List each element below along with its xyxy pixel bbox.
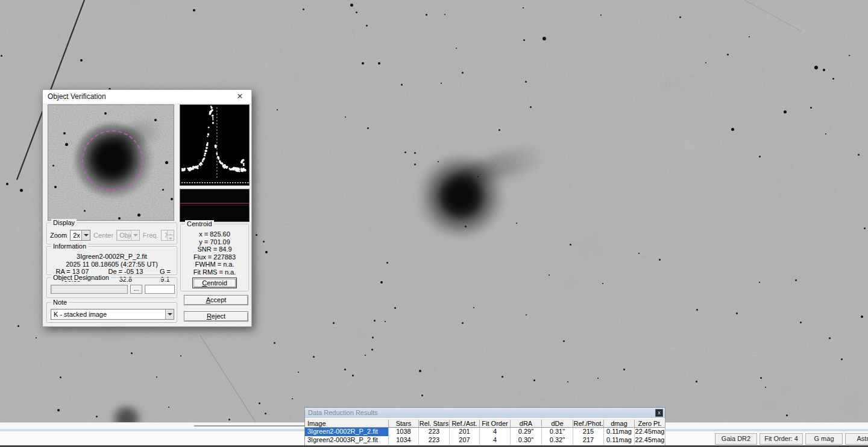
star [20, 189, 23, 192]
star [523, 39, 525, 41]
table-cell: 223 [419, 436, 450, 445]
object-verification-dialog[interactable]: Object Verification ✕ Display [42, 89, 252, 327]
column-header[interactable]: Stars [389, 419, 419, 428]
object-thumbnail-image[interactable] [48, 104, 174, 221]
results-close-button[interactable]: x [655, 409, 663, 417]
data-reduction-results-window[interactable]: Data Reduction Results x ImageStarsRel. … [304, 407, 665, 447]
thumbnail-star [104, 112, 107, 115]
note-value: K - stacked image [54, 311, 107, 318]
status-panel-gaia-dr2: Gaia DR2 [715, 433, 757, 445]
table-row[interactable]: 3Igreen2-0002R_P_2.fit103822320140.29"0.… [305, 428, 665, 436]
star [193, 9, 195, 11]
comet-object[interactable] [416, 154, 506, 238]
star [759, 282, 760, 283]
designation-browse-button[interactable]: ... [130, 285, 142, 294]
table-cell: 215 [573, 428, 604, 436]
thumbnail-star [165, 161, 168, 164]
star [367, 127, 369, 129]
object-designation-group: Object Designation ... [46, 277, 177, 298]
star [696, 381, 697, 382]
status-panel-astrome: Astrome [845, 433, 868, 445]
star [864, 227, 866, 229]
star [1, 55, 2, 57]
star [638, 253, 640, 254]
results-title-bar[interactable]: Data Reduction Results x [305, 408, 665, 418]
star [156, 376, 157, 378]
centroid-button-label: Centroid [193, 279, 236, 288]
dialog-title-bar[interactable]: Object Verification ✕ [43, 90, 251, 103]
zoom-label: Zoom [50, 232, 67, 239]
star [444, 14, 445, 15]
spin-down-icon [168, 235, 174, 240]
column-header[interactable]: Rel. Stars [419, 419, 450, 428]
thumbnail-star [54, 186, 57, 188]
star [366, 25, 368, 27]
zoom-dropdown-arrow-icon[interactable] [81, 230, 90, 240]
star [256, 234, 257, 236]
star [759, 156, 761, 157]
star [419, 370, 421, 372]
star [696, 309, 698, 311]
star [426, 14, 427, 16]
column-header[interactable]: Ref./Phot. [573, 419, 604, 428]
star [823, 69, 825, 71]
star [313, 356, 315, 358]
designation-field-editable[interactable] [145, 285, 175, 294]
table-cell: 4 [480, 436, 511, 445]
zoom-select[interactable]: 2x [70, 230, 90, 241]
thumbnail-star [63, 132, 66, 135]
thumbnail-star [162, 189, 164, 191]
spin-up-icon [168, 230, 174, 235]
star [861, 315, 863, 318]
star [365, 355, 366, 356]
star [303, 8, 304, 10]
table-header-row: ImageStarsRel. StarsRef./Ast.Fit OrderdR… [305, 419, 665, 428]
table-cell: 3Igreen2-0003R_P_2.fit [305, 436, 389, 445]
star [36, 337, 37, 338]
column-header[interactable]: Image [305, 419, 389, 428]
star [623, 369, 625, 370]
info-filename: 3Igreen2-0002R_P_2.fit [48, 253, 175, 261]
designation-field-disabled [51, 285, 128, 294]
star [168, 407, 169, 408]
note-group-label: Note [51, 299, 69, 306]
reject-button[interactable]: Reject [184, 311, 248, 322]
note-select[interactable]: K - stacked image [51, 309, 174, 320]
note-dropdown-arrow-icon[interactable] [165, 309, 174, 319]
centroid-y: y = 701.09 [181, 238, 248, 246]
star [705, 62, 706, 63]
accept-button[interactable]: Accept [184, 295, 248, 305]
star [523, 7, 524, 8]
display-group: Display Zoom 2x Center Object Freq. 7 [46, 223, 177, 244]
table-cell: 0.11mag [604, 428, 635, 436]
results-table[interactable]: ImageStarsRel. StarsRef./Ast.Fit OrderdR… [305, 419, 665, 445]
column-header[interactable]: Ref./Ast. [450, 419, 480, 428]
star [404, 151, 406, 153]
star [352, 375, 354, 376]
psf-plot-svg [180, 105, 249, 185]
table-row[interactable]: 3Igreen2-0003R_P_2.fit103422320740.30"0.… [305, 436, 665, 445]
centroid-flux: Flux = 227883 [181, 253, 248, 261]
star [825, 133, 826, 135]
column-header[interactable]: dRA [511, 419, 542, 428]
column-header[interactable]: dmag [604, 419, 635, 428]
star [401, 84, 403, 86]
freq-label: Freq. [143, 232, 159, 239]
column-header[interactable]: Zero Pt. [635, 419, 665, 428]
star [829, 337, 831, 339]
column-header[interactable]: dDe [542, 419, 573, 428]
star [525, 81, 527, 83]
table-cell: 22.45mag [635, 436, 665, 445]
thumbnail-star [84, 210, 86, 212]
centroid-button[interactable]: Centroid [192, 277, 237, 288]
aperture-circle-marker [82, 130, 143, 191]
thumbnail-star [52, 165, 54, 166]
star [858, 154, 860, 156]
information-group-label: Information [51, 243, 88, 250]
star [96, 416, 98, 417]
centroid-x: x = 825.60 [181, 230, 248, 238]
column-header[interactable]: Fit Order [480, 419, 511, 428]
thumbnail-star [118, 217, 121, 220]
dialog-close-icon[interactable]: ✕ [234, 90, 246, 103]
star [385, 321, 386, 322]
